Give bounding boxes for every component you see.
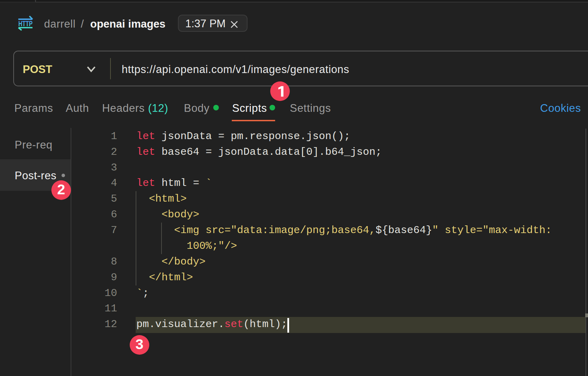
svg-text:HTTP: HTTP bbox=[19, 19, 33, 28]
